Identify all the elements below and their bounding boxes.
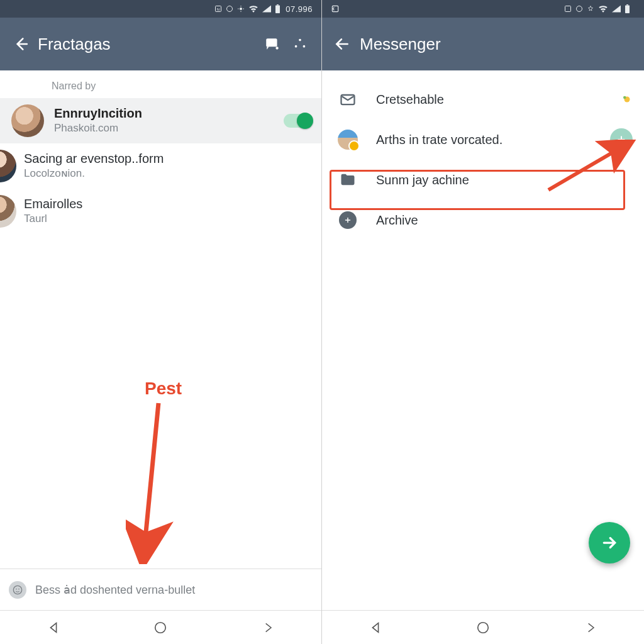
row-text: Emairolles Taurl — [24, 196, 311, 226]
nav-recent-icon — [584, 621, 597, 634]
nav-back-icon — [47, 621, 60, 635]
menu-item-folder[interactable]: Sunm jay achine — [322, 160, 644, 200]
menu-item-mail[interactable]: Cretsehable — [322, 79, 644, 119]
menu-label: Cretsehable — [376, 92, 444, 107]
nav-bar — [0, 610, 321, 644]
status-icon — [587, 5, 594, 13]
svg-rect-16 — [565, 6, 571, 12]
chat-action[interactable] — [260, 31, 285, 57]
svg-rect-19 — [626, 4, 628, 5]
back-arrow-icon — [334, 36, 350, 52]
row-subtitle: Taurl — [24, 212, 311, 226]
folder-icon — [333, 171, 362, 189]
row-title: EnnruyIncition — [54, 106, 284, 121]
svg-point-14 — [155, 622, 166, 633]
nav-back[interactable] — [28, 615, 79, 640]
battery-icon — [275, 4, 280, 13]
nav-home[interactable] — [458, 615, 508, 640]
right-screen: Messenger Cretsehable Arths in trate vor… — [322, 0, 644, 644]
app-bar: Fractagas — [0, 18, 321, 70]
status-bar: N 07.996 — [0, 0, 321, 18]
signal-icon — [612, 5, 621, 13]
archive-icon — [333, 211, 362, 229]
dots-icon — [293, 37, 307, 51]
svg-point-3 — [240, 8, 242, 10]
status-left-icon — [331, 4, 340, 13]
row-subtitle: Phaskoit.com — [54, 121, 284, 135]
menu-item-archive[interactable]: Archive — [322, 200, 644, 240]
nav-recent[interactable] — [565, 615, 616, 640]
svg-point-17 — [577, 6, 582, 12]
svg-rect-4 — [275, 5, 280, 13]
status-icon — [564, 5, 572, 13]
nav-back-icon — [369, 621, 382, 635]
left-screen: N 07.996 Fractagas Narred by — [0, 0, 322, 644]
menu-item-person[interactable]: Arths in trate vorcated. — [322, 119, 644, 160]
plus-icon — [616, 135, 626, 145]
contact-row[interactable]: Sacing ar evenstop..form Locolzoɴion. — [0, 143, 321, 189]
chat-bubble-icon — [264, 36, 280, 52]
back-arrow-icon — [12, 36, 28, 52]
row-text: EnnruyIncition Phaskoit.com — [54, 106, 284, 135]
back-button[interactable] — [331, 33, 353, 55]
svg-point-11 — [13, 586, 21, 594]
svg-point-23 — [478, 622, 489, 633]
nav-recent-icon — [262, 621, 274, 634]
toggle-switch[interactable] — [284, 114, 311, 128]
menu-action[interactable] — [287, 31, 313, 57]
fab-button[interactable] — [589, 522, 630, 564]
menu-label: Archive — [376, 213, 418, 228]
svg-point-13 — [18, 588, 19, 589]
row-text: Sacing ar evenstop..form Locolzoɴion. — [24, 151, 311, 180]
composer[interactable]: Bess ȧd doshented verna-bullet — [0, 569, 321, 610]
annotation-arrow-icon — [126, 401, 176, 564]
content-area: Narred by EnnruyIncition Phaskoit.com Sa… — [0, 70, 321, 569]
arrow-right-icon — [600, 533, 619, 552]
row-title: Sacing ar evenstop..form — [24, 151, 311, 167]
contact-row[interactable]: Emairolles Taurl — [0, 189, 321, 234]
battery-icon — [625, 4, 630, 13]
status-icons — [564, 4, 630, 13]
svg-rect-5 — [277, 4, 279, 5]
decoration-icon — [621, 94, 633, 105]
status-icons: N — [214, 4, 280, 13]
nav-recent[interactable] — [243, 615, 293, 640]
svg-point-7 — [275, 47, 278, 49]
add-button[interactable] — [610, 128, 633, 151]
svg-point-2 — [227, 6, 233, 12]
nav-home[interactable] — [135, 615, 186, 640]
menu-label: Arths in trate vorcated. — [376, 133, 502, 147]
back-button[interactable] — [9, 33, 31, 55]
annotation-label: Pest — [145, 379, 182, 399]
row-subtitle: Locolzoɴion. — [24, 167, 311, 180]
section-label: Narred by — [0, 70, 321, 98]
svg-point-9 — [295, 45, 297, 48]
signal-icon — [262, 5, 271, 13]
nav-bar — [322, 610, 644, 644]
status-time: 07.996 — [286, 4, 313, 14]
mail-icon — [333, 91, 362, 108]
nav-home-icon — [476, 621, 490, 635]
svg-point-22 — [623, 96, 626, 99]
svg-point-12 — [16, 588, 17, 589]
svg-rect-6 — [266, 38, 277, 47]
svg-point-10 — [303, 45, 306, 48]
app-title: Messenger — [360, 35, 635, 54]
row-title: Emairolles — [24, 196, 311, 212]
svg-rect-18 — [625, 5, 630, 13]
nav-back[interactable] — [350, 615, 401, 640]
nav-home-icon — [153, 621, 167, 635]
avatar — [11, 104, 44, 137]
status-icon: N — [214, 5, 222, 13]
avatar — [0, 150, 16, 182]
content-area: Cretsehable Arths in trate vorcated. Sun — [322, 70, 644, 610]
wifi-icon — [598, 5, 608, 13]
composer-placeholder: Bess ȧd doshented verna-bullet — [35, 583, 195, 597]
svg-point-8 — [299, 39, 301, 42]
contact-row[interactable]: EnnruyIncition Phaskoit.com — [0, 98, 321, 143]
status-icon — [226, 5, 233, 13]
svg-text:N: N — [217, 8, 220, 11]
status-icon — [575, 5, 583, 13]
emoji-icon[interactable] — [9, 581, 26, 599]
menu-label: Sunm jay achine — [376, 173, 469, 187]
